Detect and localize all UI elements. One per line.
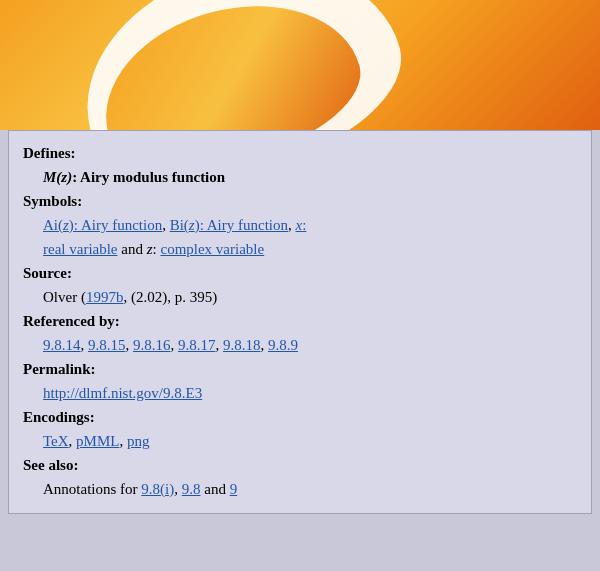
seealso-and: and — [204, 481, 229, 497]
source-content: Olver (1997b, (2.02), p. 395) — [43, 285, 577, 309]
seealso-label: See also: — [23, 457, 78, 473]
source-label: Source: — [23, 265, 72, 281]
symbols-label: Symbols: — [23, 193, 82, 209]
encodings-section: Encodings: TeX, pMML, png — [23, 405, 577, 453]
seealso-text-before: Annotations for — [43, 481, 138, 497]
seealso-link-1[interactable]: 9.8(i) — [141, 481, 174, 497]
seealso-section: See also: Annotations for 9.8(i), 9.8 an… — [23, 453, 577, 501]
seealso-content: Annotations for 9.8(i), 9.8 and 9 — [43, 477, 577, 501]
x-variable-link[interactable]: x: — [296, 217, 307, 233]
refby-link-3[interactable]: 9.8.16 — [133, 337, 171, 353]
symbols-section: Symbols: Ai⁡(z): Airy function, Bi⁡(z): … — [23, 189, 577, 261]
encodings-content: TeX, pMML, png — [43, 429, 577, 453]
top-graphic — [0, 0, 600, 130]
encodings-label: Encodings: — [23, 409, 95, 425]
refby-section: Referenced by: 9.8.14, 9.8.15, 9.8.16, 9… — [23, 309, 577, 357]
source-text: Olver ( — [43, 289, 86, 305]
ai-function-link[interactable]: Ai⁡(z): Airy function — [43, 217, 162, 233]
defines-section: Defines: M(z): Airy modulus function — [23, 141, 577, 189]
permalink-link[interactable]: http://dlmf.nist.gov/9.8.E3 — [43, 385, 202, 401]
defines-description: : Airy modulus function — [72, 169, 225, 185]
source-link[interactable]: 1997b — [86, 289, 124, 305]
encodings-tex-link[interactable]: TeX — [43, 433, 69, 449]
refby-content: 9.8.14, 9.8.15, 9.8.16, 9.8.17, 9.8.18, … — [43, 333, 577, 357]
seealso-link-2[interactable]: 9.8 — [182, 481, 201, 497]
refby-link-1[interactable]: 9.8.14 — [43, 337, 81, 353]
seealso-link-3[interactable]: 9 — [230, 481, 238, 497]
complex-variable-link[interactable]: complex variable — [160, 241, 264, 257]
permalink-content: http://dlmf.nist.gov/9.8.E3 — [43, 381, 577, 405]
defines-content: M(z): Airy modulus function — [43, 165, 577, 189]
refby-link-5[interactable]: 9.8.18 — [223, 337, 261, 353]
bi-function-link[interactable]: Bi⁡(z): Airy function — [170, 217, 288, 233]
source-section: Source: Olver (1997b, (2.02), p. 395) — [23, 261, 577, 309]
refby-label: Referenced by: — [23, 313, 120, 329]
info-panel: Defines: M(z): Airy modulus function Sym… — [8, 130, 592, 514]
defines-formula: M(z) — [43, 169, 72, 185]
permalink-label: Permalink: — [23, 361, 96, 377]
colon-sep: : — [153, 241, 157, 257]
defines-label: Defines: — [23, 145, 76, 161]
and-text: and — [121, 241, 146, 257]
encodings-pmml-link[interactable]: pMML — [76, 433, 119, 449]
source-rest: , (2.02), p. 395) — [123, 289, 217, 305]
real-variable-link[interactable]: real variable — [43, 241, 118, 257]
refby-link-6[interactable]: 9.8.9 — [268, 337, 298, 353]
symbols-content: Ai⁡(z): Airy function, Bi⁡(z): Airy func… — [43, 213, 577, 261]
refby-link-2[interactable]: 9.8.15 — [88, 337, 126, 353]
encodings-png-link[interactable]: png — [127, 433, 150, 449]
permalink-section: Permalink: http://dlmf.nist.gov/9.8.E3 — [23, 357, 577, 405]
refby-link-4[interactable]: 9.8.17 — [178, 337, 216, 353]
